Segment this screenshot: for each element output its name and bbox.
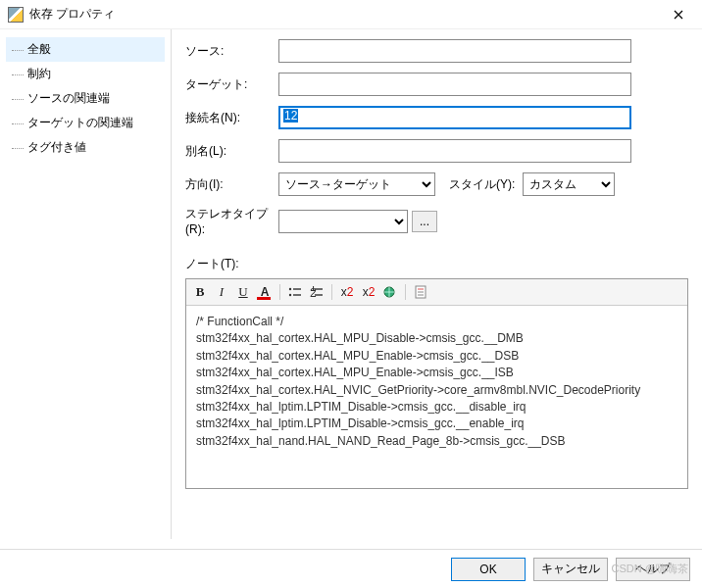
svg-point-0 — [289, 288, 291, 290]
note-line: stm32f4xx_hal_cortex.HAL_MPU_Enable->cms… — [196, 348, 677, 365]
bullet-list-icon — [288, 286, 302, 298]
bold-button[interactable]: B — [190, 282, 210, 302]
svg-point-1 — [289, 294, 291, 296]
numbered-list-button[interactable]: 12 — [307, 282, 326, 302]
toolbar-separator — [405, 284, 406, 300]
note-label: ノート(T): — [185, 256, 688, 272]
window-title: 依存 プロパティ — [29, 6, 659, 23]
font-color-button[interactable]: A — [255, 282, 275, 302]
toolbar-separator — [331, 284, 332, 300]
italic-button[interactable]: I — [212, 282, 231, 302]
note-textarea[interactable]: /* FunctionCall */ stm32f4xx_hal_cortex.… — [186, 306, 687, 488]
tree-item-general[interactable]: 全般 — [6, 37, 165, 62]
tree-label: ソースの関連端 — [27, 91, 110, 105]
help-button[interactable]: ヘルプ — [616, 558, 690, 581]
style-label: スタイル(Y): — [449, 176, 515, 193]
stereotype-select[interactable] — [278, 210, 408, 233]
numbered-list-icon: 12 — [310, 286, 324, 298]
hyperlink-button[interactable] — [380, 282, 400, 302]
app-icon — [8, 7, 24, 23]
superscript-button[interactable]: x2 — [337, 282, 357, 302]
nav-tree: 全般 制約 ソースの関連端 ターゲットの関連端 タグ付き値 — [0, 29, 172, 539]
alias-label: 別名(L): — [185, 143, 278, 160]
document-icon — [414, 285, 427, 299]
stereotype-browse-button[interactable]: ... — [412, 211, 437, 232]
ok-button[interactable]: OK — [451, 558, 526, 581]
tree-item-source-end[interactable]: ソースの関連端 — [6, 86, 165, 111]
alias-input[interactable] — [278, 139, 631, 163]
note-line: stm32f4xx_hal_cortex.HAL_NVIC_GetPriorit… — [196, 382, 677, 399]
close-icon — [674, 10, 683, 20]
direction-select[interactable]: ソース→ターゲット — [278, 172, 435, 196]
dialog-footer: OK キャンセル ヘルプ — [0, 549, 702, 588]
form-panel: ソース: ターゲット: 接続名(N): 12 別名(L): 方向(I): ソース… — [172, 29, 702, 539]
name-input-value: 12 — [283, 109, 298, 122]
source-input[interactable] — [278, 39, 631, 63]
subscript-button[interactable]: x2 — [359, 282, 378, 302]
cancel-button[interactable]: キャンセル — [533, 558, 608, 581]
note-editor: B I U A 12 x2 x2 /* FunctionCall */ stm3… — [185, 278, 688, 489]
note-line: stm32f4xx_hal_cortex.HAL_MPU_Enable->cms… — [196, 365, 677, 381]
main-area: 全般 制約 ソースの関連端 ターゲットの関連端 タグ付き値 ソース: ターゲット… — [0, 29, 702, 539]
new-note-button[interactable] — [411, 282, 430, 302]
globe-icon — [382, 285, 398, 299]
note-line: stm32f4xx_hal_cortex.HAL_MPU_Disable->cm… — [196, 330, 677, 347]
svg-text:2: 2 — [310, 286, 317, 298]
tree-item-target-end[interactable]: ターゲットの関連端 — [6, 111, 165, 135]
note-line: stm32f4xx_hal_lptim.LPTIM_Disable->cmsis… — [196, 399, 677, 416]
close-button[interactable] — [659, 1, 698, 28]
color-swatch-icon — [257, 297, 271, 300]
note-line: /* FunctionCall */ — [196, 314, 677, 330]
direction-label: 方向(I): — [185, 176, 278, 193]
title-bar: 依存 プロパティ — [0, 0, 702, 29]
tree-label: タグ付き値 — [27, 140, 86, 154]
bullet-list-button[interactable] — [285, 282, 305, 302]
tree-label: 制約 — [27, 67, 51, 80]
tree-label: ターゲットの関連端 — [27, 116, 133, 129]
tree-item-constraints[interactable]: 制約 — [6, 62, 165, 86]
tree-item-tagged-values[interactable]: タグ付き値 — [6, 135, 165, 160]
underline-button[interactable]: U — [233, 282, 253, 302]
note-line: stm32f4xx_hal_nand.HAL_NAND_Read_Page_8b… — [196, 433, 677, 450]
editor-toolbar: B I U A 12 x2 x2 — [186, 279, 687, 306]
stereotype-label: ステレオタイプ (R): — [185, 206, 278, 236]
note-line: stm32f4xx_hal_lptim.LPTIM_Disable->cmsis… — [196, 416, 677, 432]
style-select[interactable]: カスタム — [523, 172, 615, 196]
name-input[interactable]: 12 — [278, 106, 631, 129]
toolbar-separator — [279, 284, 280, 300]
target-label: ターゲット: — [185, 76, 278, 93]
tree-label: 全般 — [27, 42, 51, 56]
source-label: ソース: — [185, 43, 278, 60]
name-label: 接続名(N): — [185, 110, 278, 126]
target-input[interactable] — [278, 73, 631, 96]
